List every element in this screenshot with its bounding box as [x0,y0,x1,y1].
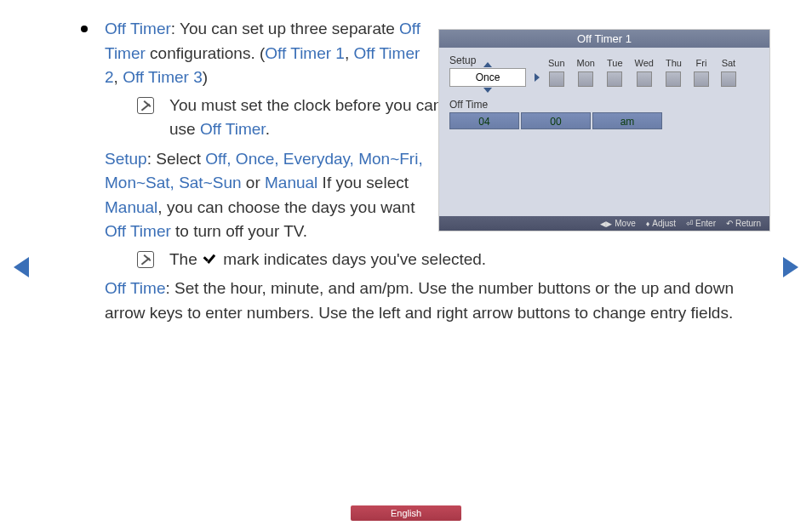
off-timer-intro: Off Timer: You can set up three separate… [105,17,428,90]
day-label: Sun [548,58,565,68]
osd-panel: Off Timer 1 Setup Once Sun Mon Tue Wed T… [438,29,770,231]
return-icon: ↶ [726,219,733,228]
day-label: Fri [696,58,707,68]
note-icon [137,97,154,114]
language-indicator: English [351,505,461,521]
offtime-paragraph: Off Time: Set the hour, minute, and am/p… [105,277,777,325]
day-checkbox-tue[interactable] [607,71,622,87]
day-label: Wed [635,58,654,68]
osd-hour-field[interactable]: 04 [449,112,519,129]
note-2: The mark indicates days you've selected. [137,248,812,272]
osd-days: Sun Mon Tue Wed Thu Fri Sat [548,58,736,87]
osd-footer: ◀▶Move ♦Adjust ⏎Enter ↶Return [439,216,769,231]
arrow-right-icon [535,73,540,82]
setup-paragraph: Setup: Select Off, Once, Everyday, Mon~F… [105,147,428,244]
osd-offtime-label: Off Time [449,99,759,111]
check-icon [203,254,217,265]
day-checkbox-mon[interactable] [578,71,593,87]
day-label: Tue [607,58,623,68]
day-checkbox-sat[interactable] [721,71,736,87]
day-label: Mon [577,58,595,68]
osd-setup-select[interactable]: Once [449,68,526,87]
adjust-icon: ♦ [646,220,650,228]
osd-title: Off Timer 1 [439,30,769,48]
day-label: Sat [722,58,736,68]
bullet-icon [81,26,88,32]
day-label: Thu [666,58,682,68]
day-checkbox-sun[interactable] [549,71,564,87]
off-timer-term: Off Timer [105,20,171,37]
osd-minute-field[interactable]: 00 [521,112,591,129]
enter-icon: ⏎ [686,219,693,228]
nav-prev-arrow[interactable] [14,257,29,277]
day-checkbox-fri[interactable] [694,71,709,87]
day-checkbox-thu[interactable] [666,71,681,87]
note-icon [137,251,154,268]
arrow-down-icon [483,88,492,93]
osd-ampm-field[interactable]: am [592,112,662,129]
arrow-up-icon [483,62,492,67]
day-checkbox-wed[interactable] [637,71,652,87]
move-icon: ◀▶ [600,220,612,228]
